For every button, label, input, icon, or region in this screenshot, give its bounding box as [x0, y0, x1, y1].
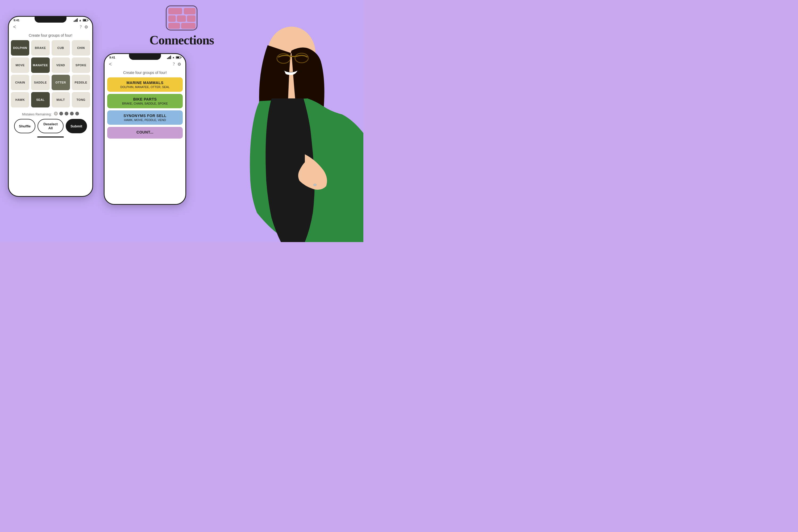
back-button-left[interactable]: <	[13, 24, 16, 30]
cat-words-synonyms-sell: HAWK, MOVE, PEDDLE, VEND	[110, 118, 180, 121]
tile-chain[interactable]: CHAIN	[11, 75, 29, 90]
woman-photo-area	[204, 0, 363, 242]
tile-chin[interactable]: CHIN	[72, 40, 90, 56]
tile-dolphin[interactable]: DOLPHIN	[11, 40, 29, 56]
app-title: Connections	[150, 33, 214, 48]
home-indicator-left	[37, 136, 64, 137]
cat-words-marine-mammals: DOLPHIN, MANATEE, OTTER, SEAL	[110, 86, 180, 89]
cat-words-bike-parts: BRAKE, CHAIN, SADDLE, SPOKE	[110, 102, 180, 105]
tile-move[interactable]: MOVE	[11, 57, 29, 73]
svg-point-12	[314, 184, 317, 186]
dot-5	[75, 112, 79, 115]
shuffle-button[interactable]: Shuffle	[14, 119, 35, 133]
dot-3	[65, 112, 68, 115]
phone-right: 9:41 ▲ < ? ⚙ Create four groups of four!…	[104, 53, 186, 205]
tile-malt[interactable]: MALT	[52, 92, 70, 108]
svg-rect-2	[184, 8, 195, 14]
tile-tong[interactable]: TONG	[72, 92, 90, 108]
instruction-left: Create four groups of four!	[9, 33, 92, 38]
tile-cub[interactable]: CUB	[52, 40, 70, 56]
cat-title-bike-parts: BIKE PARTS	[110, 97, 180, 101]
signal-icon-left	[74, 18, 78, 22]
tile-saddle[interactable]: SADDLE	[31, 75, 50, 90]
dot-1	[54, 112, 58, 115]
settings-icon-right[interactable]: ⚙	[177, 62, 181, 67]
svg-rect-4	[177, 15, 186, 22]
mistakes-label: Mistakes Remaining:	[22, 113, 52, 116]
help-icon-left[interactable]: ?	[80, 24, 82, 30]
time-left: 9:41	[14, 19, 19, 22]
nav-right-phone: < ? ⚙	[104, 59, 185, 70]
category-card-bike-parts[interactable]: BIKE PARTS BRAKE, CHAIN, SADDLE, SPOKE	[107, 94, 183, 108]
battery-icon-right	[176, 56, 180, 59]
category-card-count[interactable]: COUNT...	[107, 127, 183, 138]
tile-vend[interactable]: VEND	[52, 57, 70, 73]
category-card-synonyms-sell[interactable]: SYNONYMS FOR SELL HAWK, MOVE, PEDDLE, VE…	[107, 110, 183, 125]
tile-peddle[interactable]: PEDDLE	[72, 75, 90, 90]
instruction-right: Create four groups of four!	[104, 71, 185, 75]
phone-left: 9:41 ▲ < ? ⚙ Create four groups of four!…	[8, 16, 93, 197]
tile-hawk[interactable]: HAWK	[11, 92, 29, 108]
svg-rect-5	[187, 15, 195, 22]
word-grid-left: DOLPHIN BRAKE CUB CHIN MOVE MANATEE VEND…	[9, 40, 92, 108]
woman-silhouette	[204, 0, 363, 242]
nav-right-icons-left: ? ⚙	[80, 24, 88, 30]
tile-seal[interactable]: SEAL	[31, 92, 50, 108]
help-icon-right[interactable]: ?	[173, 62, 175, 67]
svg-rect-7	[181, 23, 195, 29]
nav-icons-right: ? ⚙	[173, 62, 181, 67]
mistakes-area: Mistakes Remaining:	[9, 112, 92, 116]
app-logo	[166, 5, 198, 31]
phone-notch-left	[35, 17, 66, 23]
signal-icon-right	[167, 56, 171, 59]
wifi-icon-left: ▲	[79, 19, 82, 22]
cat-title-synonyms-sell: SYNONYMS FOR SELL	[110, 114, 180, 118]
button-row-left: Shuffle Deselect All Submit	[9, 119, 92, 133]
settings-icon-left[interactable]: ⚙	[84, 24, 88, 30]
header-area: Connections	[150, 5, 214, 48]
status-icons-right: ▲	[167, 56, 180, 59]
time-right: 9:41	[109, 56, 115, 59]
status-icons-left: ▲	[74, 18, 88, 22]
submit-button[interactable]: Submit	[66, 119, 87, 133]
dot-4	[70, 112, 74, 115]
cat-title-marine-mammals: MARINE MAMMALS	[110, 81, 180, 85]
battery-icon-left	[83, 19, 88, 22]
nav-left: < ? ⚙	[9, 22, 92, 32]
tile-spoke[interactable]: SPOKE	[72, 57, 90, 73]
wifi-icon-right: ▲	[172, 56, 175, 59]
tile-manatee[interactable]: MANATEE	[31, 57, 50, 73]
svg-rect-1	[168, 8, 182, 14]
tile-brake[interactable]: BRAKE	[31, 40, 50, 56]
category-card-marine-mammals[interactable]: MARINE MAMMALS DOLPHIN, MANATEE, OTTER, …	[107, 77, 183, 92]
svg-rect-6	[168, 23, 180, 29]
dot-2	[59, 112, 63, 115]
phone-notch-right	[129, 54, 161, 60]
tile-otter[interactable]: OTTER	[52, 75, 70, 90]
svg-rect-3	[168, 15, 176, 22]
deselect-all-button[interactable]: Deselect All	[38, 119, 63, 133]
mistake-dots	[54, 112, 79, 115]
back-button-right[interactable]: <	[109, 61, 112, 67]
cat-title-count: COUNT...	[110, 130, 180, 134]
